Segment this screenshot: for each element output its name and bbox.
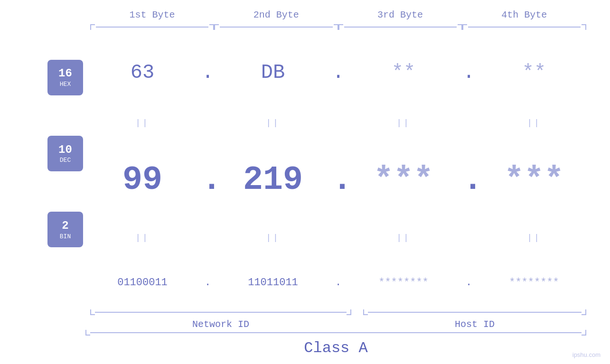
bracket-line-1 (96, 27, 208, 28)
hex-badge: 16 HEX (47, 60, 83, 95)
bracket-3 (338, 24, 462, 30)
bin-badge-base: BIN (60, 233, 71, 240)
class-bracket-left (85, 330, 90, 336)
bracket-4 (462, 24, 586, 30)
byte-label-3: 3rd Byte (338, 9, 462, 20)
eq-4: || (475, 118, 593, 128)
bottom-bracket-section: Network ID Host ID (24, 306, 586, 330)
dot-dec-1: . (202, 161, 214, 199)
hex-val-3: ** (344, 61, 463, 84)
eq2-4: || (475, 233, 593, 243)
class-section: Class A (24, 330, 586, 364)
eq2-spacer-2 (332, 233, 344, 243)
bracket-left-3 (338, 24, 343, 30)
network-id-label: Network ID (192, 319, 249, 330)
network-id-bracket: Network ID (90, 309, 351, 330)
host-id-label: Host ID (455, 319, 495, 330)
eq2-1: || (83, 233, 202, 243)
eq2-2: || (214, 233, 332, 243)
eq2-3: || (344, 233, 463, 243)
bracket-line-3 (344, 27, 457, 28)
bracket-line-2 (220, 27, 332, 28)
bracket-2 (214, 24, 338, 30)
bin-badge: 2 BIN (47, 212, 83, 247)
dot-dec-2: . (332, 161, 344, 199)
network-bracket-line (90, 309, 351, 315)
byte-label-4: 4th Byte (462, 9, 586, 20)
class-bracket-line (90, 332, 582, 333)
bracket-right-1 (209, 24, 214, 30)
network-bracket-middle (95, 312, 347, 313)
eq2-spacer-3 (463, 233, 475, 243)
eq2-spacer-1 (202, 233, 214, 243)
bracket-left-4 (462, 24, 467, 30)
bracket-right-4 (582, 24, 586, 30)
dot-bin-2: . (332, 277, 344, 289)
dec-badge-num: 10 (58, 143, 72, 157)
values-grid: 63 . DB . ** . ** || || || || 99 (83, 30, 593, 306)
class-label: Class A (85, 339, 586, 357)
dot-hex-1: . (202, 61, 214, 84)
dec-val-2: 219 (214, 161, 332, 199)
equals-section-2: || || || || (83, 233, 593, 243)
hex-val-2: DB (214, 61, 332, 84)
dec-val-1: 99 (83, 161, 202, 199)
bin-val-1: 01100011 (83, 277, 202, 289)
byte-headers: 1st Byte 2nd Byte 3rd Byte 4th Byte (24, 0, 586, 20)
byte-label-2: 2nd Byte (214, 9, 338, 20)
class-bracket-line-row (85, 330, 586, 336)
hex-val-4: ** (475, 61, 593, 84)
equals-section-1: || || || || (83, 118, 593, 128)
hex-badge-num: 16 (58, 67, 72, 81)
bracket-right-2 (334, 24, 338, 30)
main-container: 1st Byte 2nd Byte 3rd Byte 4th Byte (0, 0, 610, 364)
bin-val-3: ******** (344, 277, 463, 289)
host-bracket-line (363, 309, 586, 315)
dot-hex-3: . (463, 61, 475, 84)
bracket-1 (90, 24, 214, 30)
hex-value-row: 63 . DB . ** . ** (83, 61, 593, 84)
hex-val-1: 63 (83, 61, 202, 84)
dot-bin-3: . (463, 277, 475, 289)
bin-badge-num: 2 (62, 219, 68, 233)
dec-value-row: 99 . 219 . *** . *** (83, 161, 593, 199)
eq-1: || (83, 118, 202, 128)
bin-value-row: 01100011 . 11011011 . ******** . *******… (83, 277, 593, 289)
eq-spacer-2 (332, 118, 344, 128)
class-bracket-right (582, 330, 586, 336)
dot-dec-3: . (463, 161, 475, 199)
network-bracket-right (347, 309, 351, 315)
host-id-bracket: Host ID (363, 309, 586, 330)
bin-val-2: 11011011 (214, 277, 332, 289)
bracket-right-3 (458, 24, 462, 30)
eq-3: || (344, 118, 463, 128)
dec-val-4: *** (475, 161, 593, 199)
dec-badge: 10 DEC (47, 136, 83, 171)
bracket-left-1 (90, 24, 95, 30)
network-bracket-left (90, 309, 95, 315)
eq-spacer-1 (202, 118, 214, 128)
byte-label-1: 1st Byte (90, 9, 214, 20)
badges-column: 16 HEX 10 DEC 2 BIN (47, 30, 83, 306)
watermark: ipshu.com (572, 351, 601, 358)
class-bracket: Class A (85, 330, 586, 357)
eq-spacer-3 (463, 118, 475, 128)
bracket-line-4 (468, 27, 581, 28)
top-bracket-row (24, 24, 586, 30)
dot-hex-2: . (332, 61, 344, 84)
dot-bin-1: . (202, 277, 214, 289)
bin-val-4: ******** (475, 277, 593, 289)
content-area: 16 HEX 10 DEC 2 BIN 63 . DB . ** . ** (24, 30, 586, 306)
eq-2: || (214, 118, 332, 128)
bracket-left-2 (214, 24, 219, 30)
dec-val-3: *** (344, 161, 463, 199)
host-bracket-middle (368, 312, 582, 313)
host-bracket-right (582, 309, 586, 315)
dec-badge-base: DEC (60, 157, 71, 164)
hex-badge-base: HEX (60, 81, 71, 88)
bottom-brackets: Network ID Host ID (90, 309, 586, 330)
host-bracket-left (363, 309, 368, 315)
